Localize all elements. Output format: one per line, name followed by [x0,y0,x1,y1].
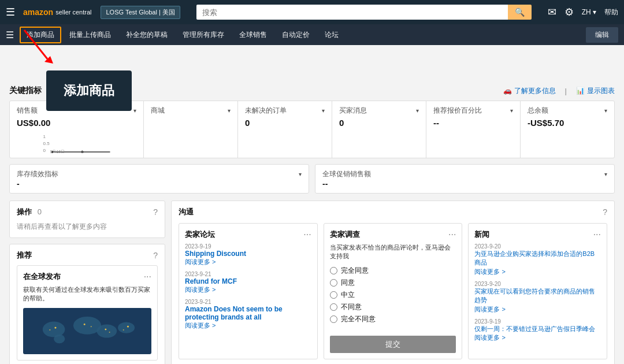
learn-more-link[interactable]: 🚗 了解更多信息 [503,86,556,96]
global-promo-dropdown[interactable]: ▾ [604,171,607,177]
metric-card-orders: 未解决的订单 ▾ 0 [238,101,332,158]
communication-info-icon[interactable]: ? [603,207,607,217]
recommend-info-icon[interactable]: ? [153,251,158,260]
global-card: 在全球发布 ··· 获取有关何通过在全球发布来吸引数百万买家的帮助。 [17,265,158,361]
svg-text:9月16日: 9月16日 [50,150,65,153]
balance-dropdown[interactable]: ▾ [604,107,607,114]
gear-icon[interactable]: ⚙ [564,6,574,18]
communication-cards: 卖家论坛 ··· 2023-9-19 Shipping Discount 阅读更… [179,223,607,359]
messages-dropdown[interactable]: ▾ [416,107,419,114]
news-title: 新闻 [474,229,489,240]
news-link-2[interactable]: 仅剩一周：不要错过亚马逊广告假日季峰会 [474,325,601,333]
nav-item-global-sales[interactable]: 全球销售 [232,27,274,43]
metrics-row: 销售额 ▾ US$0.00 1 0.5 0 9月16日 1 [9,101,615,158]
nav-item-complete-draft[interactable]: 补全您的草稿 [119,27,174,43]
operations-panel: 操作 0 ? 请稍后再查看以了解更多内容 [9,200,165,238]
survey-option-3: 不同意 [330,302,456,312]
store-badge[interactable]: LOSG Test Global | 美国 [101,6,180,19]
news-more-button[interactable]: ··· [593,229,601,240]
svg-marker-1 [44,56,53,64]
forum-date-1: 2023-9-21 [185,271,311,277]
second-nav-toggle[interactable]: ☰ [6,29,14,40]
global-desc: 获取有关何通过在全球发布来吸引数百万买家的帮助。 [23,285,151,303]
chart-icon: 📊 [576,87,585,95]
svg-point-22 [127,326,129,328]
sales-value: US$0.00 [17,118,50,128]
search-bar: 🔍 [196,5,532,20]
news-link-0[interactable]: 为亚马逊企业购买家选择和添加合适的B2B商品 [474,250,601,268]
operations-count: 0 [38,207,42,216]
forum-more-button[interactable]: ··· [303,229,311,240]
offer-value: -- [433,118,439,128]
info-icon: 🚗 [503,87,512,95]
forum-read-more-2[interactable]: 阅读更多 > [185,321,311,330]
forum-link-1[interactable]: Refund for MCF [185,277,311,285]
nav-item-add-product[interactable]: 添加商品 [20,27,61,43]
help-button[interactable]: 帮助 [604,8,618,17]
svg-point-13 [96,325,117,338]
survey-radio-1[interactable] [330,279,337,287]
sec-metric-inventory: 库存绩效指标 ▾ - [9,164,309,194]
sales-chart: 1 0.5 0 9月16日 1 [17,130,136,153]
survey-option-1: 同意 [330,278,456,288]
forum-read-more-1[interactable]: 阅读更多 > [185,285,311,294]
marketplace-dropdown[interactable]: ▾ [228,107,231,114]
survey-radio-0[interactable] [330,267,337,274]
survey-radio-4[interactable] [330,315,337,323]
forum-link-0[interactable]: Shipping Discount [185,250,311,258]
mail-icon[interactable]: ✉ [548,6,556,18]
forum-link-2[interactable]: Amazon Does Not seem to be protecting br… [185,305,311,321]
survey-title: 卖家调查 [330,229,360,240]
operations-info-icon[interactable]: ? [153,207,158,217]
svg-point-15 [54,335,65,343]
left-column: 操作 0 ? 请稍后再查看以了解更多内容 推荐 ? 在全球发布 ··· [9,200,165,364]
search-input[interactable] [196,5,508,20]
survey-radio-2[interactable] [330,291,337,299]
edit-button[interactable]: 编辑 [586,27,618,43]
orders-dropdown[interactable]: ▾ [322,107,325,114]
news-read-more-1[interactable]: 阅读更多 > [474,305,601,314]
news-date-2: 2023-9-19 [474,318,601,325]
nav-icons: ✉ ⚙ ZH ▾ 帮助 [548,6,618,18]
amazon-text: amazon [23,8,53,17]
nav-item-manage-inventory[interactable]: 管理所有库存 [176,27,231,43]
svg-text:0: 0 [43,148,46,153]
nav-item-bulk-upload[interactable]: 批量上传商品 [62,27,118,43]
svg-point-19 [91,326,92,328]
sales-dropdown[interactable]: ▾ [133,107,136,114]
search-button[interactable]: 🔍 [508,5,532,20]
svg-point-21 [109,332,110,333]
forum-read-more-0[interactable]: 阅读更多 > [185,258,311,266]
language-button[interactable]: ZH ▾ [582,8,596,16]
balance-label: 总余额 [528,106,548,116]
bottom-panels: 操作 0 ? 请稍后再查看以了解更多内容 推荐 ? 在全球发布 ··· [9,200,615,364]
communication-title: 沟通 [179,207,194,217]
news-read-more-2[interactable]: 阅读更多 > [474,333,601,342]
show-chart-button[interactable]: 📊 显示图表 [576,86,615,96]
survey-submit-button[interactable]: 提交 [330,336,456,353]
svg-text:1: 1 [43,134,46,139]
svg-text:0.5: 0.5 [43,141,50,146]
forum-title: 卖家论坛 [185,229,215,240]
news-link-1[interactable]: 买家现在可以看到您符合要求的商品的销售趋势 [474,287,601,305]
survey-more-button[interactable]: ··· [448,229,456,240]
news-read-more-0[interactable]: 阅读更多 > [474,268,601,276]
recommend-title: 推荐 [17,250,32,261]
nav-item-auto-pricing[interactable]: 自动定价 [275,27,317,43]
metric-card-messages: 买家消息 ▾ 0 [332,101,426,158]
offer-dropdown[interactable]: ▾ [510,107,513,114]
survey-option-4: 完全不同意 [330,314,456,324]
hamburger-icon[interactable]: ☰ [6,6,15,18]
marketplace-label: 商城 [151,106,165,116]
news-item-1: 2023-9-20 买家现在可以看到您符合要求的商品的销售趋势 阅读更多 > [474,281,601,314]
recommend-panel: 推荐 ? 在全球发布 ··· 获取有关何通过在全球发布来吸引数百万买家的帮助。 [9,244,165,364]
brand-logo: amazon seller central [23,8,91,17]
survey-radio-3[interactable] [330,303,337,311]
survey-option-0: 完全同意 [330,266,456,276]
nav-item-forum[interactable]: 论坛 [318,27,346,43]
svg-point-17 [49,329,50,330]
svg-point-16 [55,327,57,329]
inventory-dropdown[interactable]: ▾ [299,171,302,177]
svg-point-14 [118,322,135,333]
global-more-button[interactable]: ··· [144,272,151,282]
